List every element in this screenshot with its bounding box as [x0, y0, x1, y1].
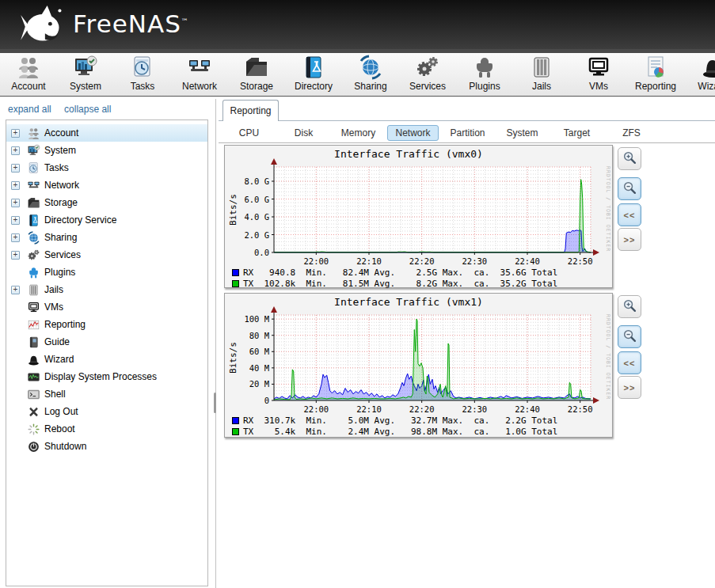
splitter-grip[interactable]: [214, 393, 216, 413]
svg-text:80 M: 80 M: [249, 331, 269, 340]
toolbar-item-plugins[interactable]: Plugins: [456, 55, 513, 92]
graph-legend: RX 310.7k Min. 5.0M Avg. 32.7M Max. ca. …: [232, 415, 557, 437]
rrdtool-watermark: RRDTOOL / TOBI OETIKER: [605, 314, 611, 400]
sidebar-item-vms[interactable]: VMs: [6, 298, 207, 316]
sidebar-item-sharing[interactable]: +Sharing: [6, 229, 207, 246]
legend-row-rx: RX 310.7k Min. 5.0M Avg. 32.7M Max. ca. …: [232, 415, 557, 426]
freenas-shark-icon: [19, 5, 68, 46]
toolbar-item-label: Reporting: [635, 81, 676, 92]
sidebar-item-services[interactable]: +Services: [6, 246, 207, 264]
sidebar-item-jails[interactable]: +Jails: [6, 281, 207, 298]
sidebar-item-log-out[interactable]: Log Out: [6, 403, 207, 420]
graph-1-forward-button[interactable]: >>: [618, 376, 641, 399]
subtab-cpu[interactable]: CPU: [222, 122, 276, 142]
subtab-disk[interactable]: Disk: [276, 122, 331, 142]
collapse-all-link[interactable]: collapse all: [64, 104, 111, 115]
plugins-icon: [472, 55, 497, 80]
graph-panel-1: Interface Traffic (vmx1)Bits/s020 M40 M6…: [224, 293, 613, 438]
processes-icon: [27, 370, 40, 384]
svg-text:22:30: 22:30: [462, 256, 488, 266]
sidebar-item-label: System: [44, 145, 76, 156]
graph-0-zoom-out-button[interactable]: [618, 177, 641, 200]
subtab-zfs[interactable]: ZFS: [604, 122, 659, 142]
graph-0-forward-button[interactable]: >>: [618, 228, 641, 251]
expand-toggle-icon[interactable]: +: [11, 146, 20, 155]
reboot-icon: [27, 423, 40, 436]
sidebar-item-label: Jails: [44, 284, 63, 295]
sidebar-item-shell[interactable]: Shell: [6, 385, 207, 403]
toolbar-item-wizard[interactable]: Wizard: [684, 55, 715, 92]
expand-toggle-icon[interactable]: +: [11, 286, 20, 294]
graph-1-zoom-in-button[interactable]: [618, 295, 641, 318]
toolbar-item-vms[interactable]: VMs: [570, 55, 627, 92]
graph-0-zoom-in-button[interactable]: [618, 147, 641, 170]
expand-toggle-icon[interactable]: +: [11, 164, 20, 173]
toolbar-item-label: Account: [11, 81, 45, 92]
toolbar-item-tasks[interactable]: Tasks: [114, 55, 171, 92]
zoom-in-icon: [623, 299, 637, 314]
vms-icon: [27, 301, 40, 314]
svg-text:4.0 G: 4.0 G: [244, 212, 269, 222]
toolbar-item-reporting[interactable]: Reporting: [627, 55, 684, 92]
subtab-target[interactable]: Target: [550, 122, 604, 142]
expand-toggle-icon[interactable]: +: [11, 251, 20, 260]
toolbar-item-services[interactable]: Services: [399, 55, 456, 92]
sidebar-item-reporting[interactable]: Reporting: [6, 316, 207, 333]
subtab-partition[interactable]: Partition: [440, 122, 495, 142]
chart-icon: [27, 318, 40, 332]
subtab-network[interactable]: Network: [386, 122, 440, 142]
logout-icon: [27, 405, 40, 419]
zoom-out-icon: [623, 329, 637, 344]
toolbar-item-jails[interactable]: Jails: [513, 55, 570, 92]
expand-toggle-icon[interactable]: +: [11, 233, 20, 242]
sidebar-item-wizard[interactable]: Wizard: [6, 351, 207, 368]
svg-text:0: 0: [264, 396, 269, 405]
subtab-memory[interactable]: Memory: [331, 122, 386, 142]
expand-toggle-icon[interactable]: +: [11, 216, 20, 225]
toolbar-item-account[interactable]: Account: [0, 55, 57, 92]
toolbar-item-label: Storage: [240, 81, 273, 92]
sidebar-item-guide[interactable]: Guide: [6, 333, 207, 351]
sidebar-item-plugins[interactable]: Plugins: [6, 264, 207, 281]
sharing-icon: [27, 231, 40, 245]
sidebar-splitter[interactable]: [215, 99, 216, 588]
graph-title: Interface Traffic (vmx1): [334, 296, 483, 308]
svg-text:22:40: 22:40: [515, 256, 540, 266]
directory-icon: [27, 214, 40, 227]
toolbar-item-label: Services: [409, 81, 446, 92]
legend-text: RX 940.8 Min. 82.4M Avg. 2.5G Max. ca. 3…: [243, 267, 557, 278]
tab-reporting[interactable]: Reporting: [222, 100, 279, 121]
legend-row-rx: RX 940.8 Min. 82.4M Avg. 2.5G Max. ca. 3…: [232, 267, 557, 278]
sidebar-item-label: Tasks: [44, 162, 69, 173]
sidebar-item-label: Sharing: [44, 232, 77, 243]
sidebar-item-storage[interactable]: +Storage: [6, 194, 207, 211]
sidebar-item-label: Account: [44, 127, 78, 138]
sidebar-item-system[interactable]: +System: [6, 142, 207, 159]
toolbar-item-directory[interactable]: Directory: [285, 55, 342, 92]
svg-text:6.0 G: 6.0 G: [244, 195, 269, 204]
sidebar-item-label: Storage: [44, 197, 78, 208]
sidebar-item-shutdown[interactable]: Shutdown: [6, 438, 207, 455]
sidebar-item-display-system-processes[interactable]: Display System Processes: [6, 368, 207, 385]
sidebar-item-account[interactable]: +Account: [6, 124, 207, 142]
toolbar-item-sharing[interactable]: Sharing: [342, 55, 399, 92]
legend-swatch: [232, 428, 239, 435]
toolbar-item-storage[interactable]: Storage: [228, 55, 285, 92]
toolbar-item-system[interactable]: System: [57, 55, 114, 92]
sidebar-item-label: Shutdown: [44, 441, 86, 452]
expand-toggle-icon[interactable]: +: [11, 181, 20, 190]
sidebar-item-reboot[interactable]: Reboot: [6, 420, 207, 438]
toolbar-item-network[interactable]: Network: [171, 55, 228, 92]
graph-0-back-button[interactable]: <<: [618, 203, 641, 226]
sidebar-item-tasks[interactable]: +Tasks: [6, 159, 207, 176]
graph-1-back-button[interactable]: <<: [618, 351, 641, 374]
expand-all-link[interactable]: expand all: [8, 104, 51, 115]
sidebar-item-network[interactable]: +Network: [6, 176, 207, 194]
graph-1-zoom-out-button[interactable]: [618, 325, 641, 348]
sidebar-item-directory-service[interactable]: +Directory Service: [6, 211, 207, 229]
expand-toggle-icon[interactable]: +: [11, 199, 20, 207]
expand-toggle-icon[interactable]: +: [11, 129, 20, 138]
sidebar-item-label: Reboot: [44, 423, 75, 434]
subtab-system[interactable]: System: [495, 122, 550, 142]
sidebar-item-label: Plugins: [44, 267, 75, 278]
